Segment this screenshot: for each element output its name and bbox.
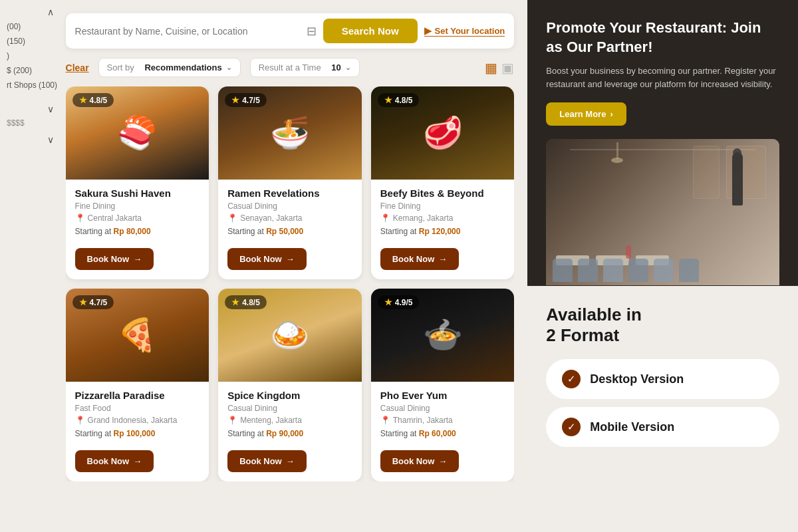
book-btn-arrow-icon-2: → (438, 254, 447, 264)
right-panel: Promote Your Restaurant: Join as Our Par… (527, 0, 798, 532)
restaurant-cuisine-4: Casual Dining (227, 404, 352, 413)
price-amount-1: Rp 50,000 (266, 227, 303, 236)
pin-icon-3: 📍 (75, 416, 85, 425)
book-now-button-5[interactable]: Book Now → (380, 450, 460, 472)
restaurant-image-2: 🥩 ★ 4.8/5 (371, 86, 515, 180)
filter-chevron-1[interactable]: ∧ (47, 7, 54, 17)
filter-item-1[interactable]: (00) (7, 21, 59, 32)
restaurant-image-3: 🍕 ★ 4.7/5 (66, 289, 209, 382)
restaurant-rating-0: ★ 4.8/5 (72, 93, 114, 107)
book-btn-arrow-icon-4: → (286, 456, 295, 466)
restaurant-image-5: 🍲 ★ 4.9/5 (371, 289, 515, 382)
price-amount-4: Rp 90,000 (266, 429, 303, 438)
controls-bar: Clear Sort by Recommendations ⌄ Result a… (66, 58, 515, 77)
book-now-button-1[interactable]: Book Now → (227, 248, 307, 270)
book-now-button-2[interactable]: Book Now → (380, 248, 460, 270)
clear-button[interactable]: Clear (66, 63, 89, 73)
desktop-check-icon: ✓ (562, 370, 581, 388)
restaurant-name-1: Ramen Revelations (227, 188, 352, 199)
rating-value-2: 4.8/5 (395, 96, 413, 105)
location-icon: ▶ (424, 25, 432, 36)
restaurant-price-0: Starting at Rp 80,000 (75, 227, 200, 236)
mobile-version-option[interactable]: ✓ Mobile Version (546, 407, 779, 447)
result-chevron-icon: ⌄ (345, 63, 351, 72)
star-icon-0: ★ (79, 95, 87, 105)
restaurant-name-3: Pizzarella Paradise (75, 390, 200, 401)
sort-dropdown[interactable]: Sort by Recommendations ⌄ (98, 58, 241, 77)
restaurant-grid: 🍣 ★ 4.8/5 Sakura Sushi Haven Fine Dining… (66, 86, 515, 481)
restaurant-price-2: Starting at Rp 120,000 (380, 227, 505, 236)
restaurant-name-5: Pho Ever Yum (380, 390, 505, 401)
location-text-4: Menteng, Jakarta (240, 416, 302, 425)
restaurant-cuisine-5: Casual Dining (380, 404, 505, 413)
star-icon-1: ★ (231, 95, 239, 105)
learn-more-label: Learn More (559, 109, 606, 119)
restaurant-location-5: 📍 Thamrin, Jakarta (380, 416, 505, 425)
book-btn-label-2: Book Now (392, 254, 435, 264)
search-button[interactable]: Search Now (323, 19, 418, 43)
location-text-0: Central Jakarta (88, 213, 142, 223)
book-now-button-0[interactable]: Book Now → (75, 248, 154, 270)
filter-chevron-2[interactable]: ∨ (47, 104, 54, 114)
pin-icon-5: 📍 (380, 416, 390, 425)
learn-more-button[interactable]: Learn More › (546, 102, 626, 126)
book-btn-label-5: Book Now (392, 456, 435, 466)
filter-icon[interactable]: ⊟ (307, 24, 317, 39)
formats-title: Available in2 Format (546, 305, 779, 346)
filter-item-5[interactable]: rt Shops (100) (7, 80, 59, 90)
filter-item-3[interactable]: ) (7, 51, 59, 61)
location-text-3: Grand Indonesia, Jakarta (88, 416, 178, 425)
list-view-icon[interactable]: ▣ (501, 60, 514, 76)
sort-label: Sort by (107, 63, 134, 72)
price-indicator: $$$$ (7, 118, 59, 128)
price-amount-5: Rp 60,000 (419, 429, 456, 438)
restaurant-card: 🍣 ★ 4.8/5 Sakura Sushi Haven Fine Dining… (66, 86, 209, 279)
restaurant-cuisine-1: Casual Dining (227, 201, 352, 211)
promo-banner: Promote Your Restaurant: Join as Our Par… (527, 0, 798, 286)
promo-desc: Boost your business by becoming our part… (546, 65, 779, 90)
card-body-5: Pho Ever Yum Casual Dining 📍 Thamrin, Ja… (371, 382, 515, 446)
view-toggle: ▦ ▣ (485, 60, 514, 76)
location-text-5: Thamrin, Jakarta (393, 416, 453, 425)
result-label: Result at a Time (259, 63, 321, 72)
filter-chevron-3[interactable]: ∨ (47, 134, 54, 145)
pin-icon-1: 📍 (227, 213, 237, 223)
book-now-button-3[interactable]: Book Now → (75, 450, 154, 472)
restaurant-card: 🍛 ★ 4.8/5 Spice Kingdom Casual Dining 📍 … (218, 289, 362, 481)
result-dropdown[interactable]: Result at a Time 10 ⌄ (250, 58, 360, 77)
mobile-check-icon: ✓ (562, 418, 581, 436)
star-icon-4: ★ (231, 297, 239, 307)
price-amount-3: Rp 100,000 (114, 429, 156, 438)
learn-more-arrow-icon: › (610, 109, 612, 119)
rating-value-1: 4.7/5 (242, 96, 260, 105)
restaurant-rating-1: ★ 4.7/5 (225, 93, 267, 107)
search-bar: ⊟ Search Now ▶ Set Your location (66, 13, 515, 49)
restaurant-location-2: 📍 Kemang, Jakarta (380, 213, 505, 223)
star-icon-5: ★ (384, 297, 392, 307)
search-input[interactable] (75, 26, 300, 37)
location-text-2: Kemang, Jakarta (393, 213, 454, 223)
restaurant-card: 🍲 ★ 4.9/5 Pho Ever Yum Casual Dining 📍 T… (371, 289, 515, 481)
restaurant-rating-4: ★ 4.8/5 (225, 295, 267, 309)
card-body-3: Pizzarella Paradise Fast Food 📍 Grand In… (66, 382, 209, 446)
filter-item-4[interactable]: $ (200) (7, 65, 59, 76)
restaurant-cuisine-3: Fast Food (75, 404, 200, 413)
sort-value: Recommendations (144, 63, 221, 72)
card-body-4: Spice Kingdom Casual Dining 📍 Menteng, J… (218, 382, 362, 446)
restaurant-price-1: Starting at Rp 50,000 (227, 227, 352, 236)
restaurant-card: 🍕 ★ 4.7/5 Pizzarella Paradise Fast Food … (66, 289, 209, 481)
sort-chevron-icon: ⌄ (226, 63, 232, 72)
filter-item-2[interactable]: (150) (7, 36, 59, 47)
pin-icon-4: 📍 (227, 416, 237, 425)
restaurant-location-1: 📍 Senayan, Jakarta (227, 213, 352, 223)
location-text-1: Senayan, Jakarta (240, 213, 302, 223)
desktop-version-option[interactable]: ✓ Desktop Version (546, 359, 779, 399)
location-button[interactable]: ▶ Set Your location (424, 25, 505, 37)
restaurant-image-4: 🍛 ★ 4.8/5 (218, 289, 362, 382)
card-body-2: Beefy Bites & Beyond Fine Dining 📍 Keman… (371, 180, 515, 244)
pin-icon-2: 📍 (380, 213, 390, 223)
book-now-button-4[interactable]: Book Now → (227, 450, 307, 472)
card-body-0: Sakura Sushi Haven Fine Dining 📍 Central… (66, 180, 209, 244)
restaurant-name-0: Sakura Sushi Haven (75, 188, 200, 199)
grid-view-icon[interactable]: ▦ (485, 60, 497, 76)
